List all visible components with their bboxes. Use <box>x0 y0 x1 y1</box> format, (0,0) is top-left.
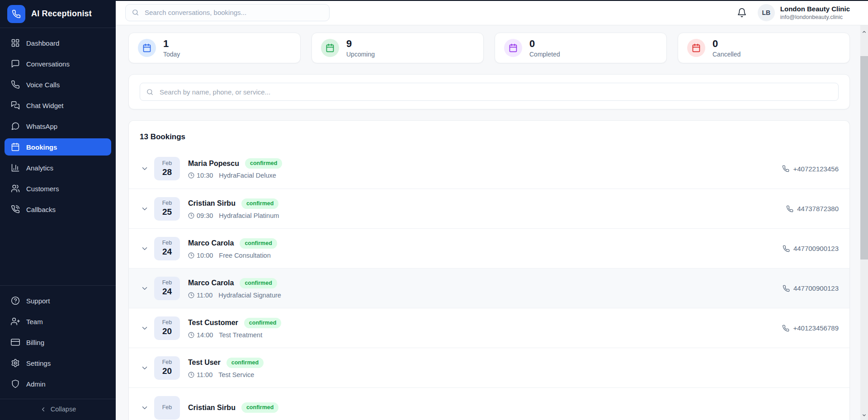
booking-row[interactable]: Feb20Test Customerconfirmed14:00Test Tre… <box>129 308 849 348</box>
stat-value: 9 <box>346 38 375 49</box>
sidebar-item-label: Conversations <box>26 60 70 68</box>
sidebar-spacer <box>0 218 116 279</box>
chevron-down-icon <box>141 245 149 253</box>
booking-info: Marco Carolaconfirmed10:00Free Consultat… <box>188 238 783 259</box>
avatar: LB <box>758 4 775 21</box>
bell-icon <box>737 8 747 18</box>
scroll-up-button[interactable] <box>860 28 868 36</box>
account-menu[interactable]: LB London Beauty Clinic info@londonbeaut… <box>758 4 850 21</box>
booking-search-input[interactable] <box>159 88 832 96</box>
app-root: AI Receptionist DashboardConversationsVo… <box>0 0 868 420</box>
customer-name: Marco Carola <box>188 239 234 247</box>
sidebar-item-customers[interactable]: Customers <box>5 180 111 197</box>
booking-date-badge: Feb20 <box>154 316 180 340</box>
calendar-icon <box>142 43 151 52</box>
vertical-scrollbar[interactable] <box>860 25 868 420</box>
header-right: LB London Beauty Clinic info@londonbeaut… <box>737 4 850 21</box>
stats-row: 1Today9Upcoming0Completed0Cancelled <box>128 33 850 63</box>
booking-time: 09:30 <box>188 212 213 219</box>
booking-month: Feb <box>162 319 172 326</box>
booking-month: Feb <box>162 404 172 411</box>
chevron-down-icon <box>141 284 149 293</box>
sidebar-item-analytics[interactable]: Analytics <box>5 159 111 176</box>
sidebar-item-support[interactable]: Support <box>5 292 111 309</box>
booking-filter-card <box>128 74 850 109</box>
status-badge: confirmed <box>245 158 282 169</box>
phone-icon <box>783 285 790 292</box>
stat-card-today: 1Today <box>128 33 301 63</box>
clock-icon <box>188 212 194 219</box>
main-area: LB London Beauty Clinic info@londonbeaut… <box>116 0 868 420</box>
chat-widget-icon <box>11 101 20 110</box>
customer-name: Cristian Sirbu <box>188 199 236 208</box>
sidebar-item-settings[interactable]: Settings <box>5 354 111 372</box>
window-top-edge <box>116 0 868 1</box>
sidebar-item-conversations[interactable]: Conversations <box>5 55 111 72</box>
chevron-down-icon <box>141 324 149 332</box>
collapse-sidebar-button[interactable]: Collapse <box>40 406 76 413</box>
sidebar-item-whatsapp[interactable]: WhatsApp <box>5 118 111 135</box>
sidebar-item-admin[interactable]: Admin <box>5 375 111 392</box>
booking-info: Marco Carolaconfirmed11:00Hydrafacial Si… <box>188 278 783 299</box>
stat-label: Cancelled <box>712 51 741 58</box>
booking-row[interactable]: Feb24Marco Carolaconfirmed11:00Hydrafaci… <box>129 268 849 308</box>
phone-number: 447700900123 <box>793 284 839 292</box>
sidebar-item-chat-widget[interactable]: Chat Widget <box>5 97 111 114</box>
notifications-button[interactable] <box>737 8 747 18</box>
analytics-icon <box>11 163 20 172</box>
booking-row[interactable]: Feb24Marco Carolaconfirmed10:00Free Cons… <box>129 228 849 268</box>
sidebar-item-dashboard[interactable]: Dashboard <box>5 34 111 52</box>
expand-booking-button[interactable] <box>141 245 149 253</box>
booking-info: Test Customerconfirmed14:00Test Treatmen… <box>188 318 782 339</box>
scrollbar-thumb[interactable] <box>860 56 868 260</box>
clock-icon <box>188 332 194 338</box>
phone-number: 447700900123 <box>793 245 839 252</box>
phone-number: +40722123456 <box>793 165 839 173</box>
search-icon <box>146 88 154 96</box>
stat-card-upcoming: 9Upcoming <box>311 33 484 63</box>
booking-info: Cristian Sirbuconfirmed09:30Hydrafacial … <box>188 198 786 219</box>
customer-name: Cristian Sirbu <box>188 404 236 412</box>
booking-row[interactable]: FebCristian Sirbuconfirmed <box>129 387 849 420</box>
service-name: HydraFacial Deluxe <box>219 172 276 179</box>
booking-month: Feb <box>162 279 172 286</box>
sidebar-item-label: Customers <box>26 185 59 193</box>
sidebar-item-label: Dashboard <box>26 39 59 47</box>
sidebar-item-label: Settings <box>26 359 51 367</box>
expand-booking-button[interactable] <box>141 404 149 412</box>
sidebar-item-bookings[interactable]: Bookings <box>5 138 111 156</box>
calendar-icon <box>509 43 518 52</box>
booking-row[interactable]: Feb25Cristian Sirbuconfirmed09:30Hydrafa… <box>129 189 849 228</box>
calendar-icon <box>692 43 701 52</box>
booking-date-badge: Feb25 <box>154 197 180 221</box>
phone-icon <box>786 205 793 212</box>
completed-calendar-icon <box>504 39 522 57</box>
conversations-icon <box>11 59 20 68</box>
sidebar-item-team[interactable]: Team <box>5 313 111 330</box>
booking-row[interactable]: Feb28Maria Popescuconfirmed10:30HydraFac… <box>129 149 849 189</box>
whatsapp-icon <box>11 122 20 131</box>
booking-date-badge: Feb24 <box>154 277 180 300</box>
expand-booking-button[interactable] <box>141 284 149 293</box>
booking-time: 11:00 <box>188 292 212 299</box>
expand-booking-button[interactable] <box>141 165 149 173</box>
scroll-down-button[interactable] <box>860 411 868 419</box>
stat-value: 1 <box>163 38 180 49</box>
expand-booking-button[interactable] <box>141 364 149 372</box>
booking-list: Feb28Maria Popescuconfirmed10:30HydraFac… <box>129 149 849 420</box>
global-search-input[interactable] <box>144 8 323 17</box>
today-calendar-icon <box>138 39 156 57</box>
sidebar-item-callbacks[interactable]: Callbacks <box>5 201 111 218</box>
sidebar-item-voice-calls[interactable]: Voice Calls <box>5 76 111 93</box>
sidebar-nav-main: DashboardConversationsVoice CallsChat Wi… <box>0 28 116 218</box>
app-title: AI Receptionist <box>31 9 92 19</box>
booking-row[interactable]: Feb20Test Userconfirmed11:00Test Service <box>129 348 849 387</box>
booking-time: 11:00 <box>188 371 212 378</box>
billing-icon <box>11 338 20 347</box>
phone-logo-icon <box>7 5 25 23</box>
expand-booking-button[interactable] <box>141 324 149 332</box>
expand-booking-button[interactable] <box>141 205 149 213</box>
clock-icon <box>188 172 194 179</box>
sidebar-item-billing[interactable]: Billing <box>5 334 111 351</box>
sidebar-nav-secondary: SupportTeamBillingSettingsAdmin <box>0 285 116 399</box>
